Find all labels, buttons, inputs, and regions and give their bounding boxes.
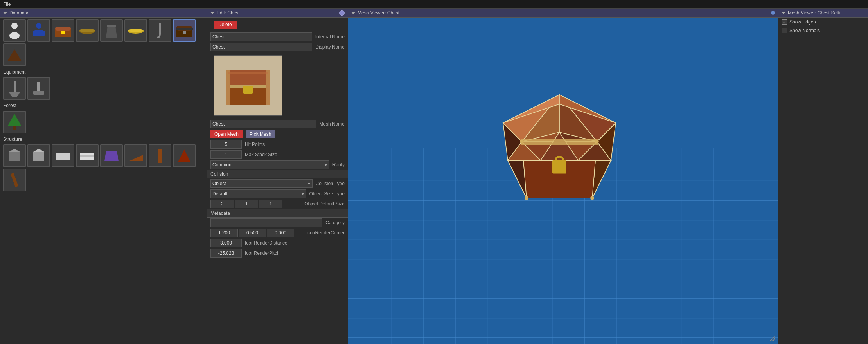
show-edges-checkbox[interactable]: ✓ — [782, 19, 787, 25]
edit-collapse-icon[interactable] — [210, 12, 214, 14]
edit-title: Edit: Chest — [217, 10, 240, 16]
list-item[interactable] — [124, 144, 147, 167]
edit-scroll[interactable]: Delete Internal Name Display Name — [207, 18, 348, 344]
category-input[interactable] — [210, 218, 322, 227]
rarity-dropdown[interactable]: Common — [210, 160, 329, 169]
forest-label: Forest — [0, 101, 207, 109]
icon-render-x-input[interactable] — [210, 229, 238, 237]
hit-points-row: Hit Points — [207, 139, 348, 149]
list-item[interactable] — [76, 19, 99, 42]
hit-points-label: Hit Points — [242, 142, 265, 147]
list-item[interactable] — [149, 144, 171, 167]
list-item[interactable] — [52, 144, 74, 167]
show-normals-checkbox[interactable] — [782, 28, 787, 33]
list-item[interactable] — [3, 111, 26, 133]
max-stack-input[interactable] — [210, 150, 242, 159]
resize-handle[interactable] — [770, 336, 775, 341]
mesh-viewer-collapse-icon[interactable] — [351, 12, 355, 14]
list-item[interactable] — [3, 43, 26, 66]
svg-point-89 — [595, 140, 599, 144]
file-menu[interactable]: File — [3, 2, 11, 7]
svg-rect-5 — [41, 31, 45, 36]
delete-button[interactable]: Delete — [214, 21, 237, 29]
svg-point-88 — [520, 140, 524, 144]
svg-point-1 — [9, 32, 20, 39]
mesh-name-input[interactable] — [210, 120, 316, 128]
display-name-row: Display Name — [207, 42, 348, 52]
list-item[interactable] — [173, 19, 196, 42]
list-item[interactable] — [76, 144, 99, 167]
left-panel: Database — [0, 9, 207, 344]
close-button[interactable] — [339, 10, 345, 16]
icon-render-z-input[interactable] — [267, 229, 294, 237]
list-item[interactable] — [27, 19, 50, 42]
list-item[interactable] — [3, 144, 26, 167]
settings-collapse-icon[interactable] — [782, 12, 785, 14]
size-y-input[interactable] — [235, 200, 258, 208]
list-item[interactable] — [100, 144, 123, 167]
pick-mesh-button[interactable]: Pick Mesh — [246, 130, 275, 138]
internal-name-input[interactable] — [210, 32, 312, 41]
svg-rect-32 — [80, 155, 94, 157]
svg-marker-11 — [106, 26, 117, 38]
collision-dropdown-icon — [307, 183, 311, 185]
list-item[interactable] — [27, 144, 50, 167]
database-header: Database — [0, 9, 207, 18]
icon-render-center-label: IconRenderCenter — [303, 230, 345, 236]
list-item[interactable] — [124, 19, 147, 42]
icon-render-pitch-label: IconRenderPitch — [242, 250, 280, 256]
list-item[interactable] — [100, 19, 123, 42]
svg-rect-20 — [14, 81, 16, 92]
hit-points-input[interactable] — [210, 140, 242, 149]
collision-section-header: Collision — [207, 170, 348, 178]
icon-render-pitch-input[interactable] — [210, 249, 242, 258]
preview-area — [214, 55, 282, 116]
mesh-name-label: Mesh Name — [316, 121, 345, 127]
collision-type-dropdown[interactable]: Object — [210, 179, 313, 188]
list-item[interactable] — [3, 19, 26, 42]
icon-render-pitch-row: IconRenderPitch — [207, 248, 348, 258]
collision-type-label: Collision Type — [313, 181, 345, 186]
rarity-label: Rarity — [329, 162, 345, 167]
icon-render-center-row: IconRenderCenter — [207, 228, 348, 238]
svg-rect-25 — [13, 126, 16, 130]
list-item[interactable] — [3, 77, 26, 100]
max-stack-row: Max Stack Size — [207, 149, 348, 160]
list-item[interactable] — [27, 77, 50, 100]
collision-type-row: Object Collision Type — [207, 178, 348, 189]
object-size-type-label: Object Size Type — [306, 191, 345, 196]
max-stack-label: Max Stack Size — [242, 152, 277, 157]
list-item[interactable] — [52, 19, 74, 42]
svg-rect-43 — [266, 84, 270, 105]
mesh-viewer-header-left: Mesh Viewer: Chest — [351, 10, 399, 16]
icon-render-distance-row: IconRenderDistance — [207, 238, 348, 248]
icon-render-y-input[interactable] — [239, 229, 266, 237]
size-x-input[interactable] — [210, 200, 234, 208]
category-label: Category — [322, 220, 345, 225]
database-title: Database — [9, 10, 29, 16]
size-type-dropdown-icon — [301, 193, 304, 195]
list-item[interactable] — [173, 144, 196, 167]
equipment-grid-1 — [0, 18, 207, 68]
settings-title: Mesh Viewer: Chest Setti — [788, 10, 841, 16]
svg-marker-34 — [129, 155, 143, 161]
list-item[interactable] — [3, 169, 26, 191]
mesh-viewer-header: Mesh Viewer: Chest — [348, 9, 778, 18]
svg-rect-42 — [226, 84, 230, 105]
object-size-type-dropdown[interactable]: Default — [210, 189, 306, 198]
list-item[interactable] — [149, 19, 171, 42]
svg-marker-36 — [178, 149, 190, 162]
internal-name-label: Internal Name — [312, 34, 345, 40]
show-edges-row: ✓ Show Edges — [778, 18, 868, 26]
open-mesh-button[interactable]: Open Mesh — [210, 130, 243, 138]
icon-render-distance-input[interactable] — [210, 239, 242, 247]
database-scroll[interactable]: Equipment Forest Structure — [0, 18, 207, 344]
edit-header-left: Edit: Chest — [210, 10, 240, 16]
size-z-input[interactable] — [259, 200, 282, 208]
mesh-viewer-close-button[interactable] — [771, 11, 775, 15]
database-collapse-icon[interactable] — [3, 12, 7, 14]
svg-point-87 — [590, 196, 594, 200]
mesh-viewer-content[interactable] — [348, 18, 778, 344]
show-edges-label: Show Edges — [789, 19, 816, 25]
display-name-input[interactable] — [210, 43, 312, 51]
